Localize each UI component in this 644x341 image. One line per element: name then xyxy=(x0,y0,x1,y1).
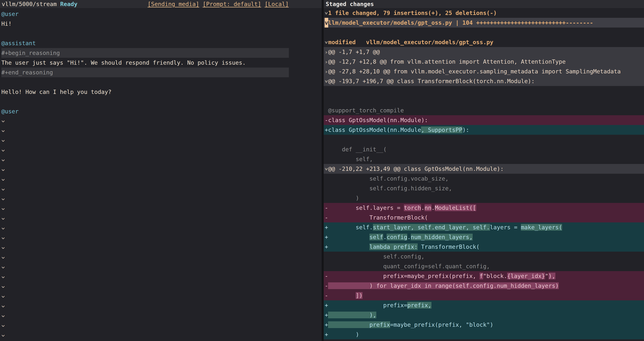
tilde-icon: v xyxy=(1,176,5,183)
fold-expanded-icon[interactable]: v xyxy=(325,164,328,174)
tilde-icon: v xyxy=(1,254,5,261)
stream-title: vllm/5000/stream xyxy=(2,1,57,7)
tilde-icon: v xyxy=(1,118,5,125)
tilde-icon: v xyxy=(1,186,5,193)
fold-collapsed-icon[interactable]: › xyxy=(325,66,328,77)
diff-text: . xyxy=(432,204,435,211)
tilde-icon: v xyxy=(1,313,5,320)
chat-pane: vllm/5000/stream Ready [Sending media] [… xyxy=(0,0,322,341)
fold-collapsed-icon[interactable]: › xyxy=(325,47,328,57)
word-diff-highlight: start_layer, self.end_layer, self. xyxy=(373,224,490,231)
empty-line-marker: v xyxy=(1,311,322,321)
diff-text: ) xyxy=(325,195,359,201)
word-diff-highlight: ), xyxy=(548,273,556,279)
diff-text: - xyxy=(325,282,328,289)
fold-collapsed-icon[interactable]: › xyxy=(325,57,328,67)
diff-row-minus: - prefix=maybe_prefix(prefix, f"block.{l… xyxy=(324,271,644,281)
tilde-icon: v xyxy=(1,147,5,154)
chat-buffer[interactable]: @userHi! @assistant#+begin_reasoningThe … xyxy=(0,8,322,341)
diff-row-blank xyxy=(324,27,644,37)
diff-row-plus: + prefix=prefix, xyxy=(324,300,644,310)
empty-line-marker: v xyxy=(1,204,322,214)
diff-row-context: ) xyxy=(324,193,644,203)
tilde-icon: v xyxy=(1,332,5,339)
word-diff-highlight: ]) xyxy=(356,292,362,299)
statusline-buttons: [Sending media] [Prompt: default] [Local… xyxy=(148,0,322,8)
status-ready: Ready xyxy=(60,1,77,7)
fold-expanded-icon[interactable]: v xyxy=(325,8,328,18)
diff-row-plus: + ), xyxy=(324,310,644,320)
diff-row-blank xyxy=(324,86,644,96)
tilde-icon: v xyxy=(1,283,5,291)
diff-row-plus: + self.start_layer, self.end_layer, self… xyxy=(324,222,644,232)
diff-text: + xyxy=(325,234,370,240)
diff-text: @@ -193,7 +196,7 @@ class TransformerBlo… xyxy=(328,78,535,84)
diff-text: @@ -210,22 +213,49 @@ class GptOssModel(… xyxy=(328,165,504,172)
chat-line-blank xyxy=(1,77,322,87)
empty-line-marker: v xyxy=(1,145,322,155)
word-diff-highlight: {layer_idx} xyxy=(507,273,545,279)
word-diff-highlight: ModuleList([ xyxy=(435,204,476,211)
diff-text: . xyxy=(383,234,386,240)
diff-text: - TransformerBlock( xyxy=(325,214,428,221)
diff-buffer[interactable]: v1 file changed, 79 insertions(+), 25 de… xyxy=(324,8,644,341)
word-diff-highlight: f xyxy=(480,273,483,279)
diff-row-hunk: v@@ -193,7 +196,7 @@ class TransformerBl… xyxy=(324,76,644,86)
diff-row-context: self.config.vocab_size, xyxy=(324,174,644,183)
diff-text: @support_torch_compile xyxy=(325,107,404,114)
diff-row-filestat: vllm/model_executor/models/gpt_oss.py | … xyxy=(324,18,644,27)
tilde-icon: v xyxy=(1,293,5,300)
diff-row-context: @support_torch_compile xyxy=(324,105,644,115)
empty-line-marker: v xyxy=(1,233,322,243)
local-button[interactable]: [Local] xyxy=(265,1,289,7)
tilde-icon: v xyxy=(1,322,5,330)
pane-divider[interactable] xyxy=(322,0,324,341)
chat-line-meta: #+begin_reasoning xyxy=(1,48,289,58)
diff-row-blank xyxy=(324,135,644,144)
diff-row-hunk: ›@@ -27,8 +28,10 @@ from vllm.model_exec… xyxy=(324,66,644,76)
tilde-icon: v xyxy=(1,196,5,203)
diff-row-plus: + self.config.num_hidden_layers, xyxy=(324,232,644,242)
diff-text: ): xyxy=(462,126,469,133)
tilde-icon: v xyxy=(1,235,5,242)
empty-line-marker: v xyxy=(1,136,322,145)
sending-media-button[interactable]: [Sending media] xyxy=(148,1,199,7)
diff-row-context: quant_config=self.quant_config, xyxy=(324,261,644,271)
diff-text: layers = xyxy=(490,224,521,231)
chat-line-blank xyxy=(1,28,322,38)
diff-text: =maybe_prefix(prefix, "block") xyxy=(390,321,493,328)
empty-line-marker: v xyxy=(1,184,322,194)
word-diff-highlight: , SupportsPP xyxy=(421,126,462,133)
diff-text: + xyxy=(325,321,328,328)
word-diff-highlight: prefix xyxy=(328,321,390,328)
diff-row-filehead: vmodified vllm/model_executor/models/gpt… xyxy=(324,37,644,47)
tilde-icon: v xyxy=(1,274,5,281)
chat-line-plain: Hi! xyxy=(1,19,322,28)
word-diff-highlight: nn xyxy=(424,204,432,211)
fold-expanded-icon[interactable]: v xyxy=(325,76,328,87)
diff-row-plus: + prefix=maybe_prefix(prefix, "block") xyxy=(324,320,644,330)
diff-row-context: def __init__( xyxy=(324,144,644,154)
empty-line-marker: v xyxy=(1,243,322,253)
empty-line-marker: v xyxy=(1,301,322,311)
diff-text: - self.layers = xyxy=(325,204,404,211)
diff-text: . xyxy=(407,234,410,240)
chat-line-plain: Hello! How can I help you today? xyxy=(1,87,322,97)
word-diff-highlight: prefix, xyxy=(407,302,431,309)
fold-expanded-icon[interactable]: v xyxy=(325,37,328,48)
diff-text: + xyxy=(325,243,370,250)
diff-row-plus: + ) xyxy=(324,330,644,339)
diff-text: - xyxy=(325,292,356,299)
diff-row-context: self, xyxy=(324,154,644,164)
diff-text: @@ -27,8 +28,10 @@ from vllm.model_execu… xyxy=(328,68,621,75)
diff-text: def __init__( xyxy=(325,146,386,153)
diff-row-hunk: v@@ -210,22 +213,49 @@ class GptOssModel… xyxy=(324,164,644,174)
diff-text: 1 file changed, 79 insertions(+), 25 del… xyxy=(328,9,497,16)
diff-text: self.config.vocab_size, xyxy=(325,175,448,182)
diff-text: "block. xyxy=(483,273,507,279)
diff-text: self.config.hidden_size, xyxy=(325,185,452,192)
prompt-default-button[interactable]: [Prompt: default] xyxy=(202,1,261,7)
word-diff-highlight: self xyxy=(370,234,383,240)
diff-row-context: ( ) xyxy=(324,339,644,341)
diff-pane-title: Staged changes xyxy=(324,0,644,8)
